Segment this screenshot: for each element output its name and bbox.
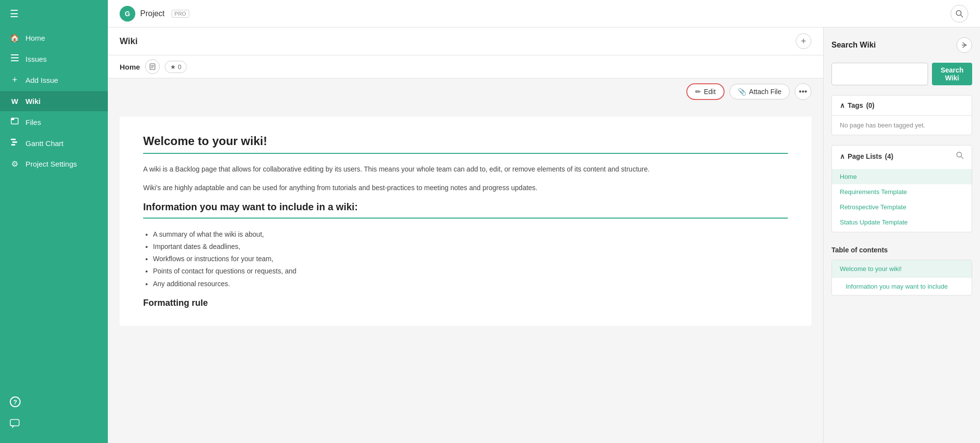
wiki-main: Wiki + Home ★ 0 <box>108 27 823 443</box>
attach-file-button[interactable]: 📎 Attach File <box>729 84 790 99</box>
sidebar-item-label: Files <box>25 118 41 126</box>
home-icon: 🏠 <box>10 33 20 43</box>
help-icon: ? <box>10 396 21 407</box>
add-icon: + <box>10 75 20 85</box>
list-item: Important dates & deadlines, <box>153 241 788 253</box>
search-wiki-button[interactable]: Search Wiki <box>932 63 972 85</box>
wiki-content: Welcome to your wiki! A wiki is a Backlo… <box>120 117 811 326</box>
page-list-items: Home Requirements Template Retrospective… <box>832 167 972 232</box>
search-wiki-row: Search Wiki <box>831 63 972 85</box>
sidebar-item-label: Add Issue <box>25 76 58 84</box>
sidebar-chat[interactable] <box>10 414 98 435</box>
list-item: Points of contact for questions or reque… <box>153 265 788 277</box>
toc-item-welcome[interactable]: Welcome to your wiki! <box>832 260 972 278</box>
list-item: A summary of what the wiki is about, <box>153 228 788 241</box>
page-list-search-button[interactable] <box>956 151 964 161</box>
svg-rect-0 <box>11 54 19 55</box>
search-wiki-title: Search Wiki <box>831 41 876 49</box>
sidebar-item-label: Gantt Chart <box>25 139 64 148</box>
svg-line-10 <box>961 15 963 17</box>
page-list-collapse-icon[interactable]: ∧ <box>840 152 845 160</box>
wiki-content-wrapper: Welcome to your wiki! A wiki is a Backlo… <box>108 105 823 443</box>
issues-icon <box>10 54 20 63</box>
breadcrumb-doc-icon-button[interactable] <box>145 59 160 74</box>
wiki-heading-2: Information you may want to include in a… <box>143 201 788 213</box>
sidebar-item-label: Issues <box>25 55 47 63</box>
svg-rect-8 <box>10 419 19 426</box>
list-item: Workflows or instructions for your team, <box>153 253 788 265</box>
sidebar-nav: 🏠 Home Issues + Add Issue W Wiki <box>0 27 108 384</box>
star-count: 0 <box>178 63 181 71</box>
hamburger-icon[interactable]: ☰ <box>0 0 108 27</box>
svg-point-16 <box>957 152 962 157</box>
sidebar: ☰ 🏠 Home Issues + Add Issue W Wiki <box>0 0 108 443</box>
pro-badge: PRO <box>172 10 189 18</box>
sidebar-item-add-issue[interactable]: + Add Issue <box>0 69 108 91</box>
more-options-button[interactable]: ••• <box>795 83 811 100</box>
edit-button[interactable]: ✏ Edit <box>686 83 725 100</box>
tags-title: ∧ Tags (0) <box>840 101 875 109</box>
topbar-left: G Project PRO <box>120 6 189 22</box>
wiki-header-left: Wiki <box>120 36 138 47</box>
wiki-heading-1: Welcome to your wiki! <box>143 134 788 148</box>
toc-title: Table of contents <box>831 242 972 260</box>
svg-line-17 <box>961 157 964 159</box>
svg-rect-4 <box>11 118 14 120</box>
page-list-header: ∧ Page Lists (4) <box>832 146 972 167</box>
page-list-item-home[interactable]: Home <box>832 169 972 184</box>
project-title: Project <box>140 9 165 18</box>
breadcrumb-home: Home <box>120 63 140 71</box>
wiki-breadcrumb: Home ★ 0 <box>108 55 823 78</box>
wiki-header: Wiki + <box>108 27 823 55</box>
sidebar-item-label: Wiki <box>25 97 41 105</box>
sidebar-bottom: ? <box>0 384 108 443</box>
svg-rect-6 <box>12 142 17 143</box>
svg-rect-1 <box>11 57 19 58</box>
topbar: G Project PRO <box>108 0 980 27</box>
gantt-icon <box>10 139 20 148</box>
svg-rect-2 <box>11 60 19 61</box>
wiki-toolbar: ✏ Edit 📎 Attach File ••• <box>108 78 823 105</box>
page-list-item-requirements[interactable]: Requirements Template <box>832 184 972 199</box>
wiki-list: A summary of what the wiki is about, Imp… <box>153 228 788 290</box>
page-list-item-retrospective[interactable]: Retrospective Template <box>832 199 972 215</box>
toc-item-info[interactable]: Information you may want to include <box>832 278 972 295</box>
sidebar-item-label: Home <box>25 34 45 42</box>
toc-section: Table of contents Welcome to your wiki! … <box>831 242 972 295</box>
sidebar-item-files[interactable]: Files <box>0 111 108 133</box>
sidebar-item-settings[interactable]: ⚙ Project Settings <box>0 153 108 174</box>
page-lists-section: ∧ Page Lists (4) Home Requirements Templ… <box>831 145 972 232</box>
project-logo: G <box>120 6 135 22</box>
wiki-para-2: Wiki's are highly adaptable and can be u… <box>143 182 788 193</box>
star-icon: ★ <box>170 63 176 71</box>
sidebar-item-label: Project Settings <box>25 160 77 168</box>
wiki-title: Wiki <box>120 36 138 47</box>
page-list-title: ∧ Page Lists (4) <box>840 152 893 160</box>
toc-block: Welcome to your wiki! Information you ma… <box>831 260 972 295</box>
main-area: G Project PRO Wiki + Home <box>108 0 980 443</box>
collapse-icon[interactable]: ∧ <box>840 101 845 109</box>
sidebar-item-wiki[interactable]: W Wiki <box>0 91 108 111</box>
sidebar-item-gantt[interactable]: Gantt Chart <box>0 133 108 153</box>
search-wiki-section: Search Wiki <box>831 63 972 85</box>
search-wiki-input[interactable] <box>831 63 928 85</box>
wiki-heading-3: Formatting rule <box>143 298 788 308</box>
tags-body: No page has been tagged yet. <box>832 116 972 135</box>
global-search-button[interactable] <box>951 5 968 23</box>
wiki-divider <box>143 153 788 154</box>
sidebar-item-home[interactable]: 🏠 Home <box>0 27 108 49</box>
tags-section: ∧ Tags (0) No page has been tagged yet. <box>831 95 972 135</box>
sidebar-help[interactable]: ? <box>10 392 98 412</box>
files-icon <box>10 117 20 127</box>
page-list-item-status-update[interactable]: Status Update Template <box>832 215 972 230</box>
nav-arrow-button[interactable] <box>956 37 972 53</box>
right-sidebar: Search Wiki Search Wiki <box>823 27 980 443</box>
edit-icon: ✏ <box>695 88 701 96</box>
wiki-icon: W <box>10 97 20 105</box>
settings-icon: ⚙ <box>10 159 20 169</box>
wiki-add-button[interactable]: + <box>796 33 811 49</box>
wiki-divider-2 <box>143 218 788 219</box>
sidebar-item-issues[interactable]: Issues <box>0 49 108 69</box>
star-button[interactable]: ★ 0 <box>165 61 187 73</box>
wiki-para-1: A wiki is a Backlog page that allows for… <box>143 164 788 174</box>
